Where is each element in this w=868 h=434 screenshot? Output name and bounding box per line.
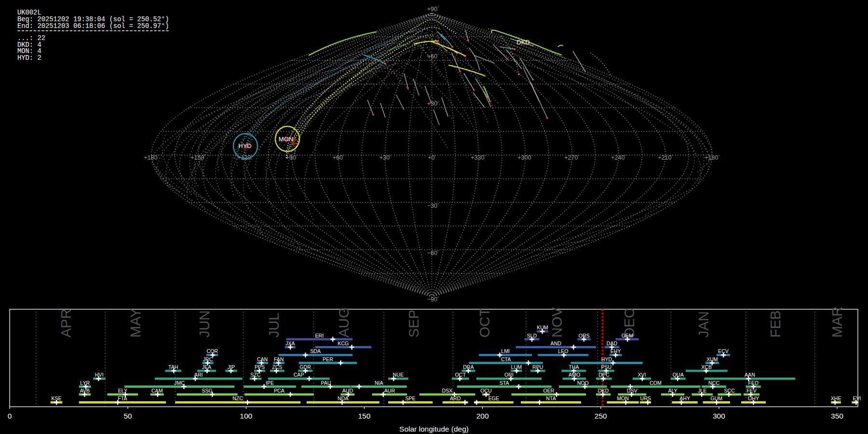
svg-text:ALY: ALY [668,388,677,393]
svg-text:−30°: −30° [427,203,439,209]
svg-text:OCT: OCT [455,372,466,378]
svg-text:KCG: KCG [338,340,349,346]
svg-text:SLD: SLD [527,333,537,339]
svg-text:JMC: JMC [174,380,185,386]
svg-text:PER: PER [323,356,333,362]
svg-text:KSE: KSE [51,395,61,401]
svg-text:COR: COR [206,348,218,354]
svg-text:+30°: +30° [427,100,439,107]
svg-text:IPE: IPE [266,380,274,386]
svg-text:UK002L: UK002L [17,9,41,16]
svg-text:XUM: XUM [706,356,718,362]
svg-text:ORI: ORI [504,372,514,378]
svg-text:ELY: ELY [118,388,127,393]
svg-text:FTA: FTA [118,395,127,401]
svg-text:TAH: TAH [168,364,178,370]
svg-text:+210°: +210° [658,154,673,161]
svg-text:XCB: XCB [701,364,712,370]
svg-text:OCU: OCU [480,388,492,393]
svg-text:OHY: OHY [748,395,759,401]
svg-text:ARD: ARD [450,395,461,401]
svg-text:ORS: ORS [579,333,590,339]
svg-text:AND: AND [551,340,562,346]
svg-text:HYD: HYD [238,142,251,149]
svg-text:NUE: NUE [393,372,404,378]
svg-text:XVI: XVI [638,372,646,378]
svg-text:STA: STA [500,380,510,386]
svg-text:200: 200 [476,412,489,420]
svg-text:LUM: LUM [511,364,522,370]
svg-text:CTA: CTA [501,356,511,362]
svg-text:Beg: 20251202 19:38:04 (sol =: Beg: 20251202 19:38:04 (sol = 250.52°) [17,16,169,23]
svg-text:SCC: SCC [724,388,735,393]
svg-text:End: 20251203 06:18:06 (sol =: End: 20251203 06:18:06 (sol = 250.97°) [17,23,169,30]
svg-text:SPE: SPE [405,395,415,401]
svg-text:GEM: GEM [622,333,633,339]
svg-text:JAN: JAN [696,311,711,338]
svg-text:ERI: ERI [315,333,324,339]
svg-text:NDA: NDA [338,395,349,401]
svg-text:DRA: DRA [463,364,474,370]
svg-text:PCA: PCA [274,388,285,393]
svg-text:DKD: 4: DKD: 4 [17,41,41,49]
svg-text:350: 350 [831,412,843,420]
svg-text:EGE: EGE [488,395,499,401]
svg-text:...: 22: ...: 22 [17,35,45,42]
svg-text:URS: URS [640,395,651,401]
svg-text:JEA: JEA [202,364,212,370]
svg-text:MON: MON [279,136,293,143]
svg-text:JUN: JUN [197,311,212,338]
svg-text:FEV: FEV [746,388,757,393]
svg-text:JUL: JUL [266,312,282,338]
svg-text:PSU: PSU [601,364,611,370]
svg-text:FAN: FAN [274,356,284,362]
svg-text:+60°: +60° [427,53,439,60]
svg-text:GDR: GDR [299,364,311,370]
svg-text:−60°: −60° [427,250,439,257]
svg-text:HYD: HYD [601,356,612,362]
svg-text:XHE: XHE [831,395,841,401]
svg-text:JLE: JLE [698,388,706,393]
svg-text:OCT: OCT [477,308,492,338]
svg-text:150: 150 [358,412,370,420]
svg-text:PAU: PAU [321,380,331,386]
svg-text:MON: MON [617,395,629,401]
svg-text:DKD: DKD [598,388,609,393]
svg-text:−90°: −90° [427,296,439,303]
svg-text:NOO: NOO [577,380,589,386]
svg-text:NCC: NCC [708,380,719,386]
svg-text:OER: OER [543,388,554,393]
svg-text:+300°: +300° [517,154,532,161]
svg-text:SSG: SSG [202,388,212,393]
svg-text:NZC: NZC [232,395,243,401]
svg-text:AHY: AHY [679,395,690,401]
svg-text:NTA: NTA [546,395,556,401]
svg-text:+90°: +90° [427,6,439,13]
svg-text:AAN: AAN [745,372,755,378]
svg-text:Solar longitude (deg): Solar longitude (deg) [399,425,469,433]
svg-text:300: 300 [713,412,725,420]
svg-text:NOV: NOV [549,307,565,338]
svg-text:+240°: +240° [611,154,626,161]
svg-text:RPU: RPU [532,364,543,370]
svg-text:+30°: +30° [380,154,391,161]
svg-text:ARI: ARI [194,372,203,378]
svg-text:0: 0 [8,412,12,420]
svg-text:MON: 4: MON: 4 [17,48,41,55]
svg-text:AUR: AUR [384,388,395,393]
svg-text:AUD: AUD [342,388,353,393]
svg-text:QUA: QUA [673,372,684,378]
svg-text:MAR: MAR [829,307,845,338]
svg-text:LMI: LMI [501,348,510,354]
svg-text:ECV: ECV [718,348,729,354]
svg-text:100: 100 [240,412,252,420]
svg-text:MAY: MAY [128,308,143,338]
svg-text:FED: FED [748,380,759,386]
svg-text:LYR: LYR [80,380,90,386]
svg-text:EVI: EVI [853,395,861,401]
svg-text:AVB: AVB [80,388,90,393]
svg-text:ZCS: ZCS [272,364,282,370]
svg-text:HYD: 2: HYD: 2 [17,54,41,62]
svg-text:FEB: FEB [768,311,783,338]
svg-text:DSV: DSV [627,388,638,393]
